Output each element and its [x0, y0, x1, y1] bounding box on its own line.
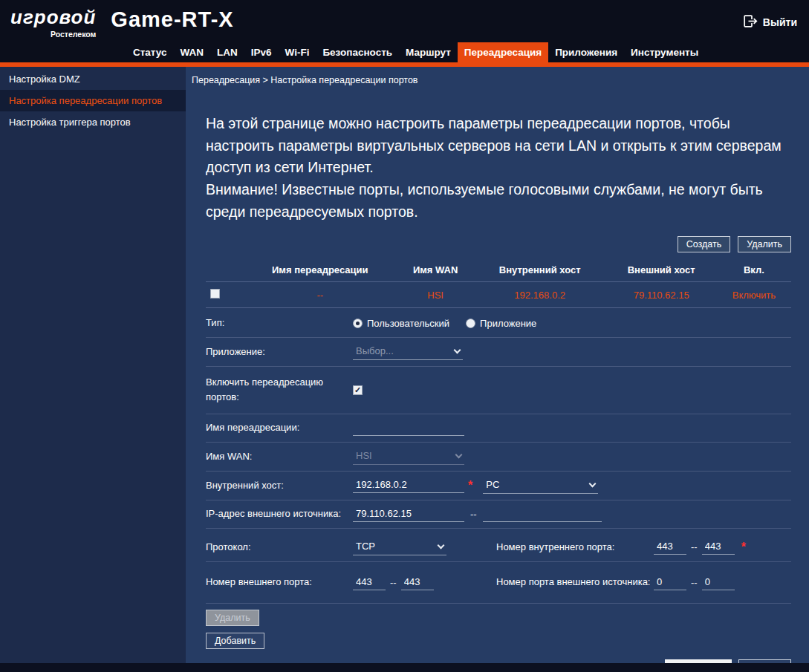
tab-forwarding[interactable]: Переадресация: [458, 42, 548, 62]
forward-name-input[interactable]: [353, 420, 464, 436]
header-enabled: Вкл.: [717, 258, 791, 282]
range-separator: --: [691, 541, 698, 552]
type-radio-custom[interactable]: Пользовательский: [353, 318, 449, 329]
logo-secondary-text: Ростелеком: [10, 30, 96, 39]
tab-ipv6[interactable]: IPv6: [244, 42, 279, 62]
form-row-enable: Включить переадресацию портов:: [206, 367, 791, 414]
source-port-from-input[interactable]: [654, 575, 686, 590]
device-title: Game-RT-X: [111, 7, 233, 32]
sidebar: Настройка DMZ Настройка переадресации по…: [0, 67, 186, 663]
tab-wifi[interactable]: Wi-Fi: [279, 42, 316, 62]
application-select-value: Выбор...: [356, 345, 394, 356]
external-port-from-input[interactable]: [353, 575, 386, 590]
required-asterisk: *: [468, 479, 472, 492]
internal-host-device-value: PC: [486, 479, 499, 490]
main-content: Переадресация > Настройка переадресации …: [186, 67, 809, 663]
sidebar-item-port-trigger[interactable]: Настройка триггера портов: [0, 111, 186, 133]
external-source-ip-input[interactable]: [353, 506, 464, 522]
header-external-host: Внешний хост: [605, 258, 716, 282]
internal-port-label: Номер внутреннего порта:: [496, 540, 654, 555]
form-row-application: Приложение: Выбор...: [206, 338, 791, 367]
logout-button[interactable]: Выйти: [744, 15, 797, 30]
header-forward-name: Имя переадресации: [243, 258, 397, 282]
source-port-label: Номер порта внешнего источника:: [496, 575, 654, 590]
header-checkbox-col: [206, 258, 243, 282]
external-port-label: Номер внешнего порта:: [206, 575, 353, 590]
internal-port-from-input[interactable]: [654, 539, 686, 555]
create-button[interactable]: Создать: [678, 236, 731, 252]
form-row-protocol-ports: Протокол: TCP Номер внутреннего порта:: [206, 533, 791, 562]
chevron-down-icon: [438, 541, 445, 549]
wan-name-label: Имя WAN:: [206, 449, 353, 465]
router-admin-page: игровой Ростелеком Game-RT-X Выйти Стату…: [0, 0, 809, 672]
main-nav: Статус WAN LAN IPv6 Wi-Fi Безопасность М…: [126, 42, 705, 62]
form-row-forward-name: Имя переадресации:: [206, 414, 791, 443]
protocol-label: Протокол:: [206, 540, 353, 555]
tab-lan[interactable]: LAN: [210, 42, 244, 62]
forward-name-label: Имя переадресации:: [206, 420, 353, 436]
delete-entry-button[interactable]: Удалить: [206, 610, 259, 626]
enable-checkbox[interactable]: [353, 385, 363, 395]
type-application-label: Приложение: [480, 318, 536, 329]
form-row-external-ports: Номер внешнего порта: -- Номер порта вне…: [206, 562, 791, 604]
internal-host-label: Внутренний хост:: [206, 478, 353, 494]
delete-selected-button[interactable]: Удалить: [738, 236, 791, 252]
description-paragraph-1: На этой странице можно настроить парамет…: [206, 113, 791, 179]
external-source-ip-input-2[interactable]: [483, 506, 602, 522]
form-row-external-source-ip: IP-адрес внешнего источника: --: [206, 500, 791, 529]
rostelecom-logo: игровой Ростелеком: [10, 6, 96, 39]
type-label: Тип:: [206, 316, 353, 331]
sidebar-item-port-forwarding[interactable]: Настройка переадресации портов: [0, 90, 186, 111]
forwarding-table: Имя переадресации Имя WAN Внутренний хос…: [206, 258, 791, 308]
radio-unchecked-icon: [466, 319, 475, 328]
protocol-select[interactable]: TCP: [353, 539, 446, 555]
logout-icon: [744, 15, 758, 30]
tab-wan[interactable]: WAN: [174, 42, 211, 62]
range-separator: --: [470, 509, 477, 520]
source-port-to-input[interactable]: [702, 575, 735, 590]
radio-checked-icon: [353, 319, 363, 328]
tab-tools[interactable]: Инструменты: [624, 42, 705, 62]
description-paragraph-2: Внимание! Известные порты, используемые …: [206, 179, 791, 223]
form-row-wan-name: Имя WAN: HSI: [206, 443, 791, 472]
header-wan-name: Имя WAN: [397, 258, 473, 282]
range-separator: --: [390, 577, 397, 588]
internal-host-input[interactable]: [353, 477, 464, 493]
row-checkbox[interactable]: [210, 289, 220, 299]
tab-security[interactable]: Безопасность: [316, 42, 399, 62]
range-separator: --: [691, 577, 698, 588]
brand: игровой Ростелеком Game-RT-X: [0, 0, 809, 39]
row-external-host: 79.110.62.15: [605, 282, 716, 308]
table-header-row: Имя переадресации Имя WAN Внутренний хос…: [206, 258, 791, 282]
forwarding-form: Тип: Пользовательский Приложение: [206, 310, 791, 663]
add-entry-button[interactable]: Добавить: [206, 633, 264, 649]
logo-primary-text: игровой: [10, 6, 96, 29]
tab-status[interactable]: Статус: [126, 42, 174, 62]
tab-applications[interactable]: Приложения: [548, 42, 624, 62]
wan-name-select: HSI: [353, 448, 464, 465]
type-radio-application[interactable]: Приложение: [466, 318, 536, 329]
chevron-down-icon: [455, 451, 463, 458]
chevron-down-icon: [454, 346, 461, 353]
footer-bar: [0, 663, 809, 672]
internal-port-to-input[interactable]: [702, 539, 735, 555]
top-header: игровой Ростелеком Game-RT-X Выйти Стату…: [0, 0, 809, 62]
external-port-to-input[interactable]: [401, 575, 434, 590]
type-custom-label: Пользовательский: [367, 318, 449, 329]
form-row-internal-host: Внутренний хост: * PC: [206, 472, 791, 500]
chevron-down-icon: [589, 480, 597, 487]
row-forward-name: --: [243, 282, 397, 308]
external-source-ip-label: IP-адрес внешнего источника:: [206, 506, 353, 522]
table-row: -- HSI 192.168.0.2 79.110.62.15 Включить: [206, 282, 791, 308]
tab-route[interactable]: Маршрут: [399, 42, 458, 62]
page-description: На этой странице можно настроить парамет…: [206, 113, 791, 223]
form-row-type: Тип: Пользовательский Приложение: [206, 310, 791, 338]
enable-label: Включить переадресацию портов:: [206, 375, 353, 406]
logout-label: Выйти: [763, 16, 797, 28]
sidebar-item-dmz[interactable]: Настройка DMZ: [0, 68, 186, 90]
row-enable-link[interactable]: Включить: [717, 282, 791, 308]
breadcrumb: Переадресация > Настройка переадресации …: [186, 67, 809, 92]
required-asterisk: *: [741, 541, 746, 554]
internal-host-device-select[interactable]: PC: [483, 477, 598, 494]
application-select[interactable]: Выбор...: [353, 344, 463, 360]
